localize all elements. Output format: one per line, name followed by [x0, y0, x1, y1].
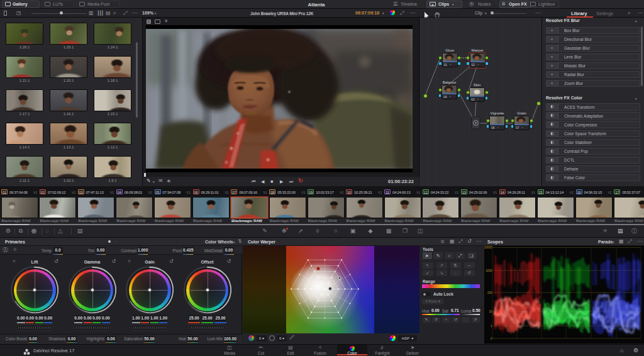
svg-text:10: 10: [489, 310, 492, 313]
svg-text:10000: 10000: [484, 246, 492, 249]
svg-text:1000: 1000: [486, 269, 492, 272]
svg-text:1: 1: [491, 325, 492, 328]
svg-text:100: 100: [487, 291, 492, 294]
svg-text:0: 0: [491, 337, 492, 340]
